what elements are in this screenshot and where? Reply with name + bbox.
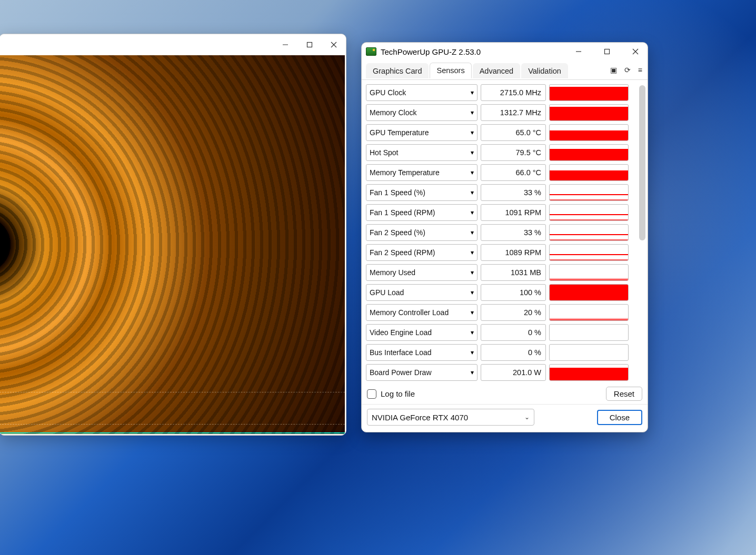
svg-rect-1 xyxy=(307,43,312,47)
sensor-row: Memory Temperature▾66.0 °C xyxy=(366,164,629,181)
menu-icon[interactable]: ≡ xyxy=(638,66,642,74)
sensor-graph[interactable] xyxy=(549,304,629,321)
sensor-row: GPU Clock▾2715.0 MHz xyxy=(366,84,629,101)
sensor-row: Fan 2 Speed (RPM)▾1089 RPM xyxy=(366,244,629,261)
sensor-graph[interactable] xyxy=(549,144,629,161)
sensor-row: Hot Spot▾79.5 °C xyxy=(366,144,629,161)
sensors-panel: GPU Clock▾2715.0 MHzMemory Clock▾1312.7 … xyxy=(362,80,648,384)
chevron-down-icon: ▾ xyxy=(471,149,474,156)
footer: NVIDIA GeForce RTX 4070 ⌄ Close xyxy=(362,404,648,432)
sensor-label: Memory Used xyxy=(370,268,415,277)
sensor-graph[interactable] xyxy=(549,164,629,181)
bgwin-hud-overlay xyxy=(0,392,345,425)
sensor-label: GPU Clock xyxy=(370,88,406,97)
sensor-graph[interactable] xyxy=(549,204,629,221)
sensor-value: 100 % xyxy=(481,284,546,301)
chevron-down-icon: ▾ xyxy=(471,169,474,176)
sensor-value: 0 % xyxy=(481,344,546,361)
close-button[interactable] xyxy=(623,44,648,59)
sensor-row: Memory Clock▾1312.7 MHz xyxy=(366,104,629,121)
sensor-label-dropdown[interactable]: Fan 1 Speed (RPM)▾ xyxy=(366,204,478,221)
chevron-down-icon: ▾ xyxy=(471,269,474,276)
sensor-value: 2715.0 MHz xyxy=(481,84,546,101)
chevron-down-icon: ▾ xyxy=(471,249,474,256)
sensor-value: 33 % xyxy=(481,224,546,241)
sensor-row: Fan 1 Speed (RPM)▾1091 RPM xyxy=(366,204,629,221)
tab-advanced[interactable]: Advanced xyxy=(473,63,521,78)
sensor-label-dropdown[interactable]: Fan 2 Speed (%)▾ xyxy=(366,224,478,241)
close-button[interactable] xyxy=(322,36,346,53)
tab-sensors[interactable]: Sensors xyxy=(430,63,471,78)
chevron-down-icon: ▾ xyxy=(471,229,474,236)
maximize-button[interactable] xyxy=(297,36,322,53)
log-row: Log to file Reset xyxy=(362,384,648,404)
reset-button[interactable]: Reset xyxy=(606,387,642,401)
sensor-value: 1089 RPM xyxy=(481,244,546,261)
sensor-label-dropdown[interactable]: Fan 1 Speed (%)▾ xyxy=(366,184,478,201)
chevron-down-icon: ▾ xyxy=(471,189,474,196)
sensor-label-dropdown[interactable]: GPU Temperature▾ xyxy=(366,124,478,141)
sensor-graph[interactable] xyxy=(549,104,629,121)
sensor-graph[interactable] xyxy=(549,264,629,281)
chevron-down-icon: ▾ xyxy=(471,129,474,136)
bgwin-titlebar xyxy=(0,34,346,55)
sensor-graph[interactable] xyxy=(549,84,629,101)
minimize-button[interactable] xyxy=(566,44,591,59)
sensor-value: 0 % xyxy=(481,324,546,341)
sensor-row: Fan 1 Speed (%)▾33 % xyxy=(366,184,629,201)
sensor-value: 20 % xyxy=(481,304,546,321)
sensor-row: Memory Controller Load▾20 % xyxy=(366,304,629,321)
sensor-label-dropdown[interactable]: Memory Temperature▾ xyxy=(366,164,478,181)
sensor-row: Video Engine Load▾0 % xyxy=(366,324,629,341)
gpu-select-value: NVIDIA GeForce RTX 4070 xyxy=(372,413,468,422)
sensor-graph[interactable] xyxy=(549,364,629,381)
minimize-button[interactable] xyxy=(273,36,297,53)
sensor-label: Video Engine Load xyxy=(370,328,432,337)
camera-icon[interactable]: ▣ xyxy=(610,66,617,74)
sensor-label-dropdown[interactable]: Fan 2 Speed (RPM)▾ xyxy=(366,244,478,261)
sensor-graph[interactable] xyxy=(549,124,629,141)
sensor-graph[interactable] xyxy=(549,184,629,201)
tab-graphics-card[interactable]: Graphics Card xyxy=(366,63,429,78)
sensor-label-dropdown[interactable]: Board Power Draw▾ xyxy=(366,364,478,381)
sensor-label-dropdown[interactable]: Hot Spot▾ xyxy=(366,144,478,161)
chevron-down-icon: ▾ xyxy=(471,369,474,376)
svg-rect-5 xyxy=(605,49,610,54)
chevron-down-icon: ▾ xyxy=(471,289,474,296)
sensor-label: Fan 2 Speed (RPM) xyxy=(370,248,435,257)
sensor-graph[interactable] xyxy=(549,244,629,261)
sensor-graph[interactable] xyxy=(549,284,629,301)
gpuz-window: TechPowerUp GPU-Z 2.53.0 Graphics Card S… xyxy=(361,42,648,432)
sensor-graph[interactable] xyxy=(549,324,629,341)
sensor-label: GPU Temperature xyxy=(370,128,429,137)
sensor-label-dropdown[interactable]: Memory Used▾ xyxy=(366,264,478,281)
sensor-graph[interactable] xyxy=(549,344,629,361)
sensor-value: 1031 MB xyxy=(481,264,546,281)
window-title: TechPowerUp GPU-Z 2.53.0 xyxy=(381,47,481,56)
sensor-value: 1312.7 MHz xyxy=(481,104,546,121)
sensor-label-dropdown[interactable]: Memory Controller Load▾ xyxy=(366,304,478,321)
gpuz-titlebar[interactable]: TechPowerUp GPU-Z 2.53.0 xyxy=(362,43,648,60)
sensor-row: GPU Load▾100 % xyxy=(366,284,629,301)
maximize-button[interactable] xyxy=(595,44,619,59)
sensor-label-dropdown[interactable]: Bus Interface Load▾ xyxy=(366,344,478,361)
sensor-label-dropdown[interactable]: GPU Load▾ xyxy=(366,284,478,301)
sensor-label-dropdown[interactable]: Video Engine Load▾ xyxy=(366,324,478,341)
sensor-graph[interactable] xyxy=(549,224,629,241)
tab-validation[interactable]: Validation xyxy=(521,63,568,78)
chevron-down-icon: ⌄ xyxy=(524,413,530,421)
sensor-row: Board Power Draw▾201.0 W xyxy=(366,364,629,381)
sensor-label: Fan 1 Speed (%) xyxy=(370,188,425,197)
chevron-down-icon: ▾ xyxy=(471,89,474,96)
sensor-label-dropdown[interactable]: Memory Clock▾ xyxy=(366,104,478,121)
close-button-footer[interactable]: Close xyxy=(597,410,642,425)
bgwin-viewport xyxy=(0,55,345,434)
gpu-select[interactable]: NVIDIA GeForce RTX 4070 ⌄ xyxy=(367,409,534,426)
refresh-icon[interactable]: ⟳ xyxy=(624,66,631,74)
sensor-label: Board Power Draw xyxy=(370,368,432,377)
sensor-label-dropdown[interactable]: GPU Clock▾ xyxy=(366,84,478,101)
sensor-row: Fan 2 Speed (%)▾33 % xyxy=(366,224,629,241)
scrollbar[interactable] xyxy=(639,85,645,240)
sensor-value: 66.0 °C xyxy=(481,164,546,181)
log-to-file-checkbox[interactable] xyxy=(367,389,376,399)
